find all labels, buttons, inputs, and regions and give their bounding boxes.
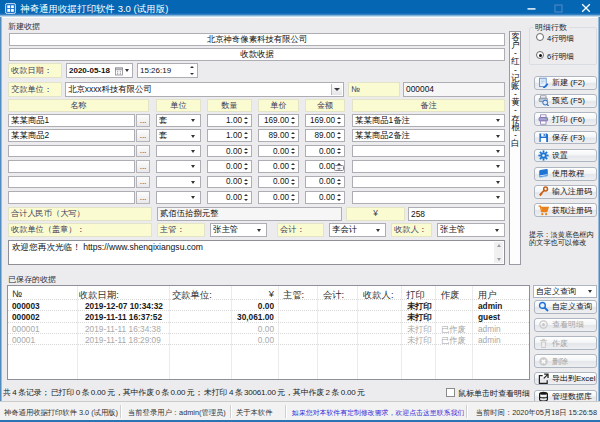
payer-combobox[interactable]: 北京xxxx科技有限公司 — [65, 82, 344, 97]
dropdown-arrow-icon[interactable] — [496, 181, 500, 184]
saved-col-date[interactable]: 收款日期: — [79, 289, 119, 302]
saved-row-voided[interactable]: 000001 2019-11-11 16:34:38 0.00 未打印 已作废 … — [8, 324, 529, 335]
spin-down-icon[interactable] — [190, 73, 194, 75]
spin-down-icon[interactable] — [291, 152, 295, 154]
spin-down-icon[interactable] — [291, 122, 295, 124]
spin-up-icon[interactable] — [244, 194, 248, 196]
item-remark-combobox[interactable]: 某某商品2备注 — [352, 129, 505, 142]
item-name-browse-button[interactable]: ... — [136, 160, 150, 173]
dropdown-arrow-icon[interactable] — [191, 150, 195, 153]
status-contact-link[interactable]: 如果您对本软件有定制修改需求，欢迎点击这里联系我们 — [292, 408, 464, 418]
view-detail-checkbox[interactable] — [446, 388, 455, 397]
item-remark-combobox[interactable] — [352, 176, 505, 189]
item-name-input[interactable] — [8, 145, 135, 158]
payer-dropdown[interactable] — [331, 84, 342, 95]
spin-down-icon[interactable] — [244, 137, 248, 139]
dropdown-arrow-icon[interactable] — [588, 290, 592, 293]
qty-spinner[interactable] — [242, 178, 250, 187]
qty-spinner[interactable] — [242, 131, 250, 140]
qty-spinner[interactable] — [242, 147, 250, 156]
item-name-browse-button[interactable]: ... — [136, 114, 150, 127]
scroll-up-icon[interactable] — [497, 244, 501, 247]
item-unit-combobox[interactable] — [156, 176, 201, 189]
spin-down-icon[interactable] — [291, 199, 295, 201]
settings-button[interactable]: 设置 — [534, 149, 597, 163]
amount-spinner[interactable] — [335, 147, 343, 156]
saved-row-voided[interactable]: 00001 2019-11-11 18:29:09 0.00 未打印 已作废 a… — [8, 335, 529, 346]
time-spinner[interactable] — [188, 65, 196, 76]
dropdown-arrow-icon[interactable] — [496, 119, 500, 122]
item-price-spinedit[interactable]: 89.00 — [258, 129, 299, 142]
item-price-spinedit[interactable]: 0.00 — [258, 191, 299, 204]
query-type-combobox[interactable]: 自定义查询 — [533, 285, 597, 298]
saved-col-print[interactable]: 打印 — [406, 289, 425, 302]
spin-up-icon[interactable] — [291, 194, 295, 196]
print-button[interactable]: 打印 (F6) — [534, 112, 597, 126]
dropdown-arrow-icon[interactable] — [496, 135, 500, 138]
item-amount-spinedit[interactable]: 169.00 — [305, 114, 345, 127]
price-spinner[interactable] — [289, 193, 297, 202]
date-picker[interactable]: 2020-05-18 — [66, 63, 133, 78]
spin-up-icon[interactable] — [291, 179, 295, 181]
item-remark-combobox[interactable] — [352, 145, 505, 158]
dropdown-arrow-icon[interactable] — [191, 165, 195, 168]
item-price-spinedit[interactable]: 0.00 — [258, 176, 299, 189]
spin-down-icon[interactable] — [244, 199, 248, 201]
view-detail-button[interactable]: 查看明细 — [534, 318, 597, 332]
tutorial-button[interactable]: 使用教程 — [534, 167, 597, 181]
dropdown-arrow-icon[interactable] — [496, 165, 500, 168]
textarea-scrollbar[interactable] — [494, 242, 503, 263]
item-qty-spinedit[interactable]: 1.00 — [207, 114, 252, 127]
spin-down-icon[interactable] — [244, 122, 248, 124]
item-amount-spinedit[interactable]: 0.00 — [305, 145, 345, 158]
spin-down-icon[interactable] — [337, 122, 341, 124]
time-input[interactable]: 15:26:19 — [137, 63, 198, 78]
custom-query-button[interactable]: 自定义查询 — [534, 300, 597, 314]
spin-up-icon[interactable] — [337, 148, 341, 150]
spin-up-icon[interactable] — [291, 163, 295, 165]
item-remark-combobox[interactable] — [352, 191, 505, 204]
spin-down-icon[interactable] — [244, 168, 248, 170]
item-name-input[interactable] — [8, 160, 135, 173]
item-price-spinedit[interactable]: 0.00 — [258, 145, 299, 158]
void-button[interactable]: 作废 — [534, 336, 597, 350]
dropdown-arrow-icon[interactable] — [191, 181, 195, 184]
scroll-down-icon[interactable] — [497, 258, 501, 261]
radio-4-lines[interactable] — [536, 33, 544, 41]
item-amount-spinedit[interactable]: 89.00 — [305, 129, 345, 142]
accountant-combobox[interactable]: 李会计 — [329, 223, 386, 237]
total-amount-field[interactable]: 258 — [408, 207, 505, 221]
item-name-input[interactable] — [8, 176, 135, 189]
item-amount-spinedit[interactable]: 0.00 — [305, 160, 345, 173]
saved-col-manager[interactable]: 主管: — [283, 289, 304, 302]
saved-col-void[interactable]: 作废 — [441, 289, 460, 302]
qty-spinner[interactable] — [242, 162, 250, 171]
saved-receipts-table[interactable]: № 收款日期: 交款单位: ¥ 主管: 会计: 收款人: 打印 作废 用户 00… — [7, 285, 530, 380]
spin-down-icon[interactable] — [244, 183, 248, 185]
enter-regcode-button[interactable]: 输入注册码 — [534, 185, 597, 199]
item-price-spinedit[interactable]: 169.00 — [258, 114, 299, 127]
price-spinner[interactable] — [289, 116, 297, 125]
dropdown-arrow-icon[interactable] — [495, 229, 499, 232]
preview-button[interactable]: 预览 (F5) — [534, 94, 597, 108]
saved-col-amount[interactable]: ¥ — [234, 289, 274, 299]
spin-up-icon[interactable] — [244, 179, 248, 181]
manager-combobox[interactable]: 张主管 — [210, 223, 267, 237]
dropdown-arrow-icon[interactable] — [334, 88, 340, 91]
new-button[interactable]: 新建 (F2) — [534, 76, 597, 90]
saved-col-no[interactable]: № — [12, 289, 22, 299]
company-name-input[interactable]: 北京神奇像素科技有限公司 — [9, 33, 505, 46]
spin-down-icon[interactable] — [337, 183, 341, 185]
item-name-browse-button[interactable]: ... — [136, 129, 150, 142]
item-name-browse-button[interactable]: ... — [136, 145, 150, 158]
amount-spinner[interactable] — [335, 116, 343, 125]
maximize-button[interactable] — [546, 0, 570, 16]
close-button[interactable] — [574, 0, 598, 16]
spin-down-icon[interactable] — [291, 168, 295, 170]
get-regcode-button[interactable]: 获取注册码 — [534, 203, 597, 217]
dropdown-arrow-icon[interactable] — [257, 229, 261, 232]
spin-up-icon[interactable] — [337, 117, 341, 119]
spin-down-icon[interactable] — [337, 137, 341, 139]
spin-up-icon[interactable] — [244, 132, 248, 134]
payee-combobox[interactable]: 张主管 — [437, 223, 505, 237]
